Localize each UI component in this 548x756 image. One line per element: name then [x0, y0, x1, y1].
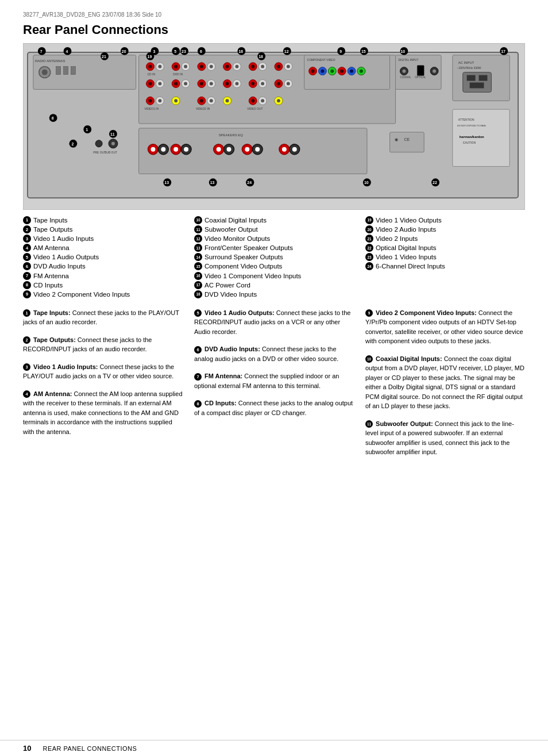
svg-rect-109: [470, 83, 484, 89]
footer-label: REAR PANEL CONNECTIONS: [43, 745, 137, 752]
svg-text:SUB OUT: SUB OUT: [105, 151, 117, 154]
svg-point-72: [251, 99, 254, 102]
legend-label-8: CD Inputs: [33, 281, 63, 290]
svg-text:17: 17: [501, 49, 505, 53]
legend-label-17: AC Power Cord: [204, 281, 250, 290]
desc-num-4: 4: [23, 390, 30, 398]
legend-num-22: 22: [365, 244, 373, 252]
svg-text:ATTENTION: ATTENTION: [458, 118, 474, 121]
legend-label-21: Video 2 Inputs: [376, 234, 418, 243]
svg-point-87: [330, 70, 334, 73]
legend-label-9: Video 2 Component Video Inputs: [33, 290, 130, 299]
desc-block-8: 8 CD Inputs: Connect these jacks to the …: [194, 398, 354, 417]
legend-label-20: Video 2 Audio Inputs: [376, 225, 436, 234]
svg-point-17: [184, 65, 187, 68]
legend-item-9: 9 Video 2 Component Video Inputs: [23, 290, 183, 299]
legend-label-23: Video 1 Video Inputs: [376, 252, 437, 262]
svg-text:VIDEO OUT: VIDEO OUT: [247, 108, 263, 110]
legend-item-22: 22 Optical Digital Inputs: [365, 243, 525, 252]
svg-point-113: [150, 147, 155, 152]
svg-text:1: 1: [86, 128, 88, 132]
svg-point-125: [245, 147, 249, 152]
desc-block-2: 2 Tape Outputs: Connect these jacks to t…: [23, 335, 183, 354]
legend-label-12: Video Monitor Outputs: [204, 234, 270, 243]
legend-label-3: Video 1 Audio Inputs: [33, 234, 94, 243]
svg-point-129: [282, 147, 287, 152]
legend-label-6: DVD Audio Inputs: [33, 262, 86, 271]
svg-point-115: [161, 147, 165, 152]
svg-text:AC INPUT: AC INPUT: [458, 61, 474, 64]
desc-label-2: Tape Outputs:: [33, 336, 76, 343]
svg-text:15: 15: [361, 49, 366, 53]
legend-col-1: 1 Tape Inputs 2 Tape Outputs 3 Video 1 A…: [23, 216, 183, 299]
svg-point-24: [226, 65, 229, 68]
svg-point-133: [111, 142, 115, 145]
svg-text:6: 6: [200, 49, 202, 53]
svg-point-54: [261, 82, 264, 86]
svg-text:3: 3: [153, 49, 155, 53]
svg-point-97: [402, 70, 406, 73]
desc-col-1: 1 Tape Inputs: Connect these jacks to th…: [23, 308, 183, 457]
desc-block-10: 10 Coaxial Digital Inputs: Connect the c…: [365, 354, 525, 411]
svg-text:~200V/50Hz 330W: ~200V/50Hz 330W: [457, 67, 481, 70]
svg-text:CE: CE: [404, 137, 410, 141]
svg-point-38: [158, 82, 161, 86]
svg-point-48: [226, 82, 229, 86]
svg-point-93: [360, 70, 363, 73]
svg-point-127: [255, 147, 260, 152]
desc-label-8: CD Inputs:: [204, 400, 237, 406]
svg-text:4: 4: [66, 49, 68, 53]
desc-num-6: 6: [194, 346, 202, 354]
legend-num-3: 3: [23, 235, 31, 243]
svg-point-46: [210, 82, 213, 86]
svg-text:19: 19: [148, 55, 152, 59]
svg-text:DIGITAL INPUT: DIGITAL INPUT: [398, 59, 418, 62]
svg-text:8: 8: [52, 116, 54, 120]
legend-label-2: Tape Outputs: [33, 225, 72, 234]
legend-num-15: 15: [194, 262, 202, 270]
svg-point-12: [158, 65, 161, 68]
desc-block-3: 3 Video 1 Audio Inputs: Connect these ja…: [23, 362, 183, 381]
svg-rect-107: [467, 75, 476, 81]
svg-point-40: [174, 82, 177, 86]
legend-num-20: 20: [365, 225, 373, 233]
svg-text:2: 2: [71, 142, 74, 146]
svg-text:VIDEO1 IN: VIDEO1 IN: [145, 108, 159, 110]
legend-label-19: Video 1 Video Outputs: [376, 216, 442, 225]
legend-item-18: 18 DVD Video Inputs: [194, 290, 354, 299]
desc-text-10: Connect the coax digital output from a D…: [365, 355, 524, 410]
desc-num-7: 7: [194, 373, 202, 381]
legend-item-2: 2 Tape Outputs: [23, 225, 183, 234]
legend-num-2: 2: [23, 225, 31, 233]
legend-grid: 1 Tape Inputs 2 Tape Outputs 3 Video 1 A…: [23, 216, 525, 299]
descriptions-grid: 1 Tape Inputs: Connect these jacks to th…: [23, 308, 525, 457]
legend-num-21: 21: [365, 235, 373, 243]
svg-rect-137: [390, 132, 424, 152]
svg-point-119: [184, 147, 188, 152]
svg-point-32: [277, 65, 280, 68]
page-meta: 38277_AVR138_DVD28_ENG 23/07/08 18:36 Si…: [23, 11, 525, 18]
svg-text:harman/kardon: harman/kardon: [460, 135, 484, 139]
svg-text:10: 10: [400, 49, 405, 53]
legend-item-10: 10 Coaxial Digital Inputs: [194, 216, 354, 225]
page: 38277_AVR138_DVD28_ENG 23/07/08 18:36 Si…: [0, 0, 548, 756]
desc-num-5: 5: [194, 309, 202, 317]
legend-item-11: 11 Subwoofer Output: [194, 225, 354, 234]
legend-label-24: 6-Channel Direct Inputs: [376, 262, 445, 271]
svg-text:23: 23: [182, 49, 186, 53]
svg-text:SPEAKERS EQ: SPEAKERS EQ: [219, 133, 244, 137]
legend-label-18: DVD Video Inputs: [204, 290, 257, 299]
footer-page-num: 10: [23, 744, 31, 753]
legend-num-14: 14: [194, 253, 202, 261]
svg-point-60: [149, 99, 152, 102]
legend-col-2: 10 Coaxial Digital Inputs 11 Subwoofer O…: [194, 216, 354, 299]
svg-point-30: [261, 65, 264, 68]
svg-text:7: 7: [40, 49, 43, 53]
legend-item-5: 5 Video 1 Audio Outputs: [23, 252, 183, 262]
legend-item-4: 4 AM Antenna: [23, 243, 183, 252]
svg-rect-5: [56, 67, 61, 75]
svg-point-22: [210, 65, 213, 68]
legend-num-6: 6: [23, 262, 31, 270]
legend-label-16: Video 1 Component Video Inputs: [204, 271, 301, 281]
svg-text:RADIO ANTENNAS: RADIO ANTENNAS: [35, 59, 65, 63]
